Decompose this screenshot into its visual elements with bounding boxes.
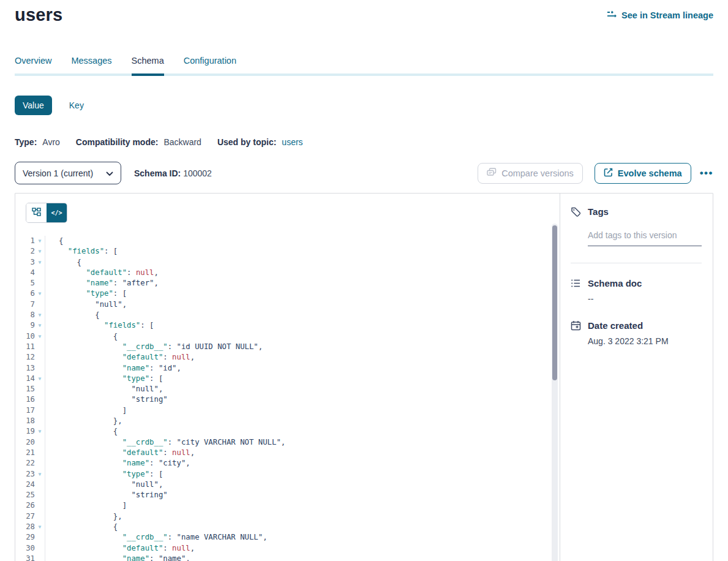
tab-bar: Overview Messages Schema Configuration [15, 56, 713, 76]
tree-view-icon [32, 208, 41, 219]
line-number: 28 [15, 522, 35, 532]
fold-spacer [35, 299, 45, 310]
line-number: 13 [15, 363, 35, 374]
fold-spacer [35, 554, 45, 561]
code-line: 21 "default": null, [15, 448, 560, 458]
code-text: ] [45, 405, 127, 416]
code-text: { [45, 522, 118, 532]
code-line: 4 "default": null, [15, 268, 560, 278]
code-text: "name": "city", [45, 458, 190, 469]
schema-id: Schema ID: 100002 [134, 168, 212, 178]
editor-scrollbar-thumb[interactable] [552, 225, 557, 380]
fold-toggle-icon[interactable]: ▼ [35, 310, 45, 320]
fold-spacer [35, 490, 45, 500]
code-line: 6▼ "type": [ [15, 288, 560, 299]
fold-spacer [35, 437, 45, 448]
line-number: 1 [15, 236, 35, 246]
line-number: 7 [15, 299, 35, 310]
line-number: 18 [15, 416, 35, 426]
code-line: 19▼ { [15, 426, 560, 437]
see-in-stream-lineage-link[interactable]: See in Stream lineage [607, 10, 713, 20]
code-line: 25 "string" [15, 490, 560, 500]
schema-meta-row: Type: Avro Compatibility mode: Backward … [15, 137, 713, 147]
stream-lineage-icon [607, 10, 617, 20]
schema-detail-panel: </> 1▼{2▼ "fields": [3▼ {4 "default": nu… [15, 193, 713, 561]
line-number: 17 [15, 405, 35, 416]
line-number: 11 [15, 342, 35, 352]
list-icon [571, 278, 581, 288]
fold-spacer [35, 416, 45, 426]
compare-versions-button[interactable]: Compare versions [478, 163, 583, 184]
line-number: 29 [15, 532, 35, 543]
schema-doc-heading: Schema doc [571, 278, 702, 288]
fold-spacer [35, 394, 45, 405]
page-title: users [15, 5, 62, 25]
tab-configuration[interactable]: Configuration [184, 56, 236, 73]
code-line: 15 "null", [15, 384, 560, 394]
tab-schema[interactable]: Schema [132, 56, 164, 73]
topic-link[interactable]: users [282, 137, 302, 147]
code-line: 16 "string" [15, 394, 560, 405]
fold-toggle-icon[interactable]: ▼ [35, 288, 45, 299]
fold-toggle-icon[interactable]: ▼ [35, 257, 45, 268]
line-number: 31 [15, 554, 35, 561]
edit-icon [604, 168, 613, 179]
line-number: 21 [15, 448, 35, 458]
code-line: 27 }, [15, 511, 560, 522]
chevron-down-icon [106, 168, 113, 178]
fold-toggle-icon[interactable]: ▼ [35, 426, 45, 437]
line-number: 16 [15, 394, 35, 405]
line-number: 23 [15, 469, 35, 480]
key-toggle-link[interactable]: Key [69, 100, 84, 110]
more-actions-button[interactable]: ••• [700, 167, 713, 179]
code-line: 3▼ { [15, 257, 560, 268]
tags-section: Tags [571, 206, 702, 246]
code-view-button[interactable]: </> [47, 203, 67, 222]
code-text: "default": null, [45, 352, 195, 363]
compare-versions-icon [487, 168, 497, 178]
code-line: 5 "name": "after", [15, 278, 560, 288]
editor-scrollbar-track[interactable] [552, 224, 558, 561]
code-text: "type": [ [45, 374, 163, 384]
tag-icon [571, 206, 581, 217]
editor-toolbar: </> [15, 194, 560, 223]
section-divider [571, 263, 702, 263]
fold-toggle-icon[interactable]: ▼ [35, 522, 45, 532]
code-text: "default": null, [45, 448, 195, 458]
type-label: Type: [15, 137, 37, 147]
tab-messages[interactable]: Messages [71, 56, 111, 73]
tree-view-button[interactable] [26, 203, 47, 222]
schema-page: users See in Stream lineage Overview Mes… [0, 0, 728, 561]
calendar-icon [571, 320, 581, 331]
code-text: { [45, 331, 118, 342]
value-toggle-button[interactable]: Value [15, 96, 52, 115]
code-text: }, [45, 511, 122, 522]
code-text: "fields": [ [45, 246, 118, 257]
code-text: "__crdb__": "city VARCHAR NOT NULL", [45, 437, 285, 448]
line-number: 30 [15, 543, 35, 554]
version-bar: Version 1 (current) Schema ID: 100002 Co… [15, 162, 713, 184]
line-number: 2 [15, 246, 35, 257]
topic-label: Used by topic: [217, 137, 276, 147]
fold-toggle-icon[interactable]: ▼ [35, 374, 45, 384]
code-text: "__crdb__": "name VARCHAR NULL", [45, 532, 268, 543]
add-tags-input[interactable] [588, 230, 702, 246]
fold-spacer [35, 352, 45, 363]
fold-spacer [35, 342, 45, 352]
fold-toggle-icon[interactable]: ▼ [35, 246, 45, 257]
tab-overview[interactable]: Overview [15, 56, 51, 73]
fold-toggle-icon[interactable]: ▼ [35, 236, 45, 246]
line-number: 10 [15, 331, 35, 342]
version-select[interactable]: Version 1 (current) [15, 162, 121, 184]
code-text: "string" [45, 490, 168, 500]
line-number: 6 [15, 288, 35, 299]
code-text: "null", [45, 299, 127, 310]
code-line: 18 }, [15, 416, 560, 426]
fold-toggle-icon[interactable]: ▼ [35, 320, 45, 331]
evolve-schema-button[interactable]: Evolve schema [595, 163, 691, 184]
line-number: 15 [15, 384, 35, 394]
fold-toggle-icon[interactable]: ▼ [35, 469, 45, 480]
schema-code-editor[interactable]: 1▼{2▼ "fields": [3▼ {4 "default": null,5… [15, 223, 560, 561]
schema-doc-value: -- [588, 294, 702, 304]
fold-toggle-icon[interactable]: ▼ [35, 331, 45, 342]
